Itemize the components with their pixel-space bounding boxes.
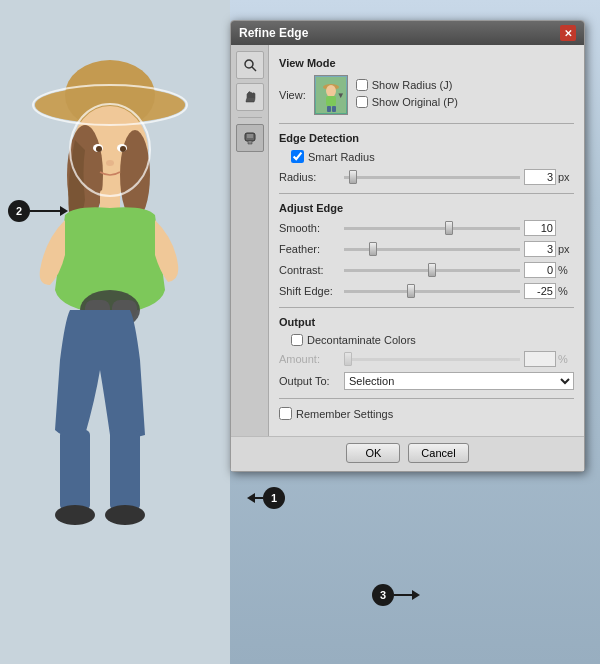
contrast-row: Contrast: 0 % (279, 262, 574, 278)
annotation-3-arrowhead (412, 590, 420, 600)
svg-point-14 (105, 505, 145, 525)
amount-unit: % (558, 353, 574, 365)
view-label: View: (279, 89, 306, 101)
output-to-select[interactable]: Selection Layer Mask New Layer New Layer… (344, 372, 574, 390)
annotation-2-arrowhead (60, 206, 68, 216)
smooth-row: Smooth: 10 (279, 220, 574, 236)
feather-slider-container (344, 248, 520, 251)
toolbar-separator (238, 117, 262, 118)
view-thumbnail[interactable]: ▼ (314, 75, 348, 115)
dialog-content: View Mode View: ▼ (269, 45, 584, 436)
radius-slider-container (344, 176, 520, 179)
amount-slider-container (344, 358, 520, 361)
show-original-checkbox[interactable] (356, 96, 368, 108)
feather-value[interactable]: 3 (524, 241, 556, 257)
shift-edge-unit: % (558, 285, 574, 297)
output-to-row: Output To: Selection Layer Mask New Laye… (279, 372, 574, 390)
feather-slider[interactable] (344, 248, 520, 251)
svg-point-6 (120, 130, 150, 220)
radius-label: Radius: (279, 171, 344, 183)
smart-radius-row: Smart Radius (291, 150, 574, 163)
hand-tool-button[interactable] (236, 83, 264, 111)
edge-detection-title: Edge Detection (279, 132, 574, 144)
svg-point-29 (326, 85, 336, 97)
dialog-body: View Mode View: ▼ (231, 45, 584, 436)
show-original-row: Show Original (P) (356, 96, 458, 108)
remember-settings-row: Remember Settings (279, 407, 574, 420)
svg-point-21 (106, 160, 114, 166)
contrast-value[interactable]: 0 (524, 262, 556, 278)
contrast-slider-container (344, 269, 520, 272)
adjust-edge-section: Adjust Edge Smooth: 10 Feather: 3 (279, 202, 574, 299)
dialog-title: Refine Edge (239, 26, 308, 40)
annotation-3-line (394, 594, 412, 596)
shift-edge-slider-container (344, 290, 520, 293)
divider-2 (279, 193, 574, 194)
annotation-1-container: 1 (247, 487, 285, 509)
view-mode-title: View Mode (279, 57, 574, 69)
output-section: Output Decontaminate Colors Amount: % Ou… (279, 316, 574, 390)
annotation-3-circle: 3 (372, 584, 394, 606)
annotation-2-line (30, 210, 60, 212)
smart-radius-checkbox[interactable] (291, 150, 304, 163)
view-mode-section: View Mode View: ▼ (279, 57, 574, 115)
hand-icon (242, 89, 258, 105)
contrast-slider[interactable] (344, 269, 520, 272)
shift-edge-row: Shift Edge: -25 % (279, 283, 574, 299)
svg-rect-32 (332, 106, 336, 112)
view-dropdown-arrow: ▼ (337, 91, 345, 100)
contrast-label: Contrast: (279, 264, 344, 276)
shift-edge-slider[interactable] (344, 290, 520, 293)
contrast-unit: % (558, 264, 574, 276)
annotation-3-container: 3 (372, 584, 420, 606)
radius-value[interactable]: 3 (524, 169, 556, 185)
amount-label: Amount: (279, 353, 344, 365)
smooth-value[interactable]: 10 (524, 220, 556, 236)
dialog-titlebar: Refine Edge ✕ (231, 21, 584, 45)
output-to-label: Output To: (279, 375, 344, 387)
smooth-slider-container (344, 227, 520, 230)
svg-point-20 (120, 146, 126, 152)
show-radius-label: Show Radius (J) (372, 79, 453, 91)
decontaminate-label: Decontaminate Colors (307, 334, 416, 346)
amount-slider[interactable] (344, 358, 520, 361)
svg-line-23 (252, 67, 256, 71)
close-button[interactable]: ✕ (560, 25, 576, 41)
svg-point-19 (96, 146, 102, 152)
svg-point-13 (55, 505, 95, 525)
amount-value (524, 351, 556, 367)
smart-radius-label: Smart Radius (308, 151, 375, 163)
decontaminate-row: Decontaminate Colors (291, 334, 574, 346)
brush-icon (242, 130, 258, 146)
radius-unit: px (558, 171, 574, 183)
output-title: Output (279, 316, 574, 328)
divider-1 (279, 123, 574, 124)
radius-row: Radius: 3 px (279, 169, 574, 185)
remember-settings-label: Remember Settings (296, 408, 393, 420)
edge-brush-tool-button[interactable] (236, 124, 264, 152)
show-original-label: Show Original (P) (372, 96, 458, 108)
annotation-1-circle: 1 (263, 487, 285, 509)
show-radius-checkbox[interactable] (356, 79, 368, 91)
annotation-1-line (255, 497, 263, 499)
svg-rect-30 (326, 96, 336, 106)
remember-settings-checkbox[interactable] (279, 407, 292, 420)
zoom-icon (242, 57, 258, 73)
zoom-tool-button[interactable] (236, 51, 264, 79)
left-toolbar (231, 45, 269, 436)
feather-unit: px (558, 243, 574, 255)
shift-edge-value[interactable]: -25 (524, 283, 556, 299)
cancel-button[interactable]: Cancel (408, 443, 468, 463)
ok-button[interactable]: OK (346, 443, 400, 463)
annotation-1-arrowhead-left (247, 493, 255, 503)
divider-4 (279, 398, 574, 399)
decontaminate-checkbox[interactable] (291, 334, 303, 346)
amount-row: Amount: % (279, 351, 574, 367)
girl-image (0, 0, 230, 664)
svg-rect-11 (60, 430, 90, 510)
svg-point-22 (245, 60, 253, 68)
svg-rect-12 (110, 430, 140, 510)
annotation-2-arrow: 2 (8, 200, 68, 222)
smooth-slider[interactable] (344, 227, 520, 230)
radius-slider[interactable] (344, 176, 520, 179)
